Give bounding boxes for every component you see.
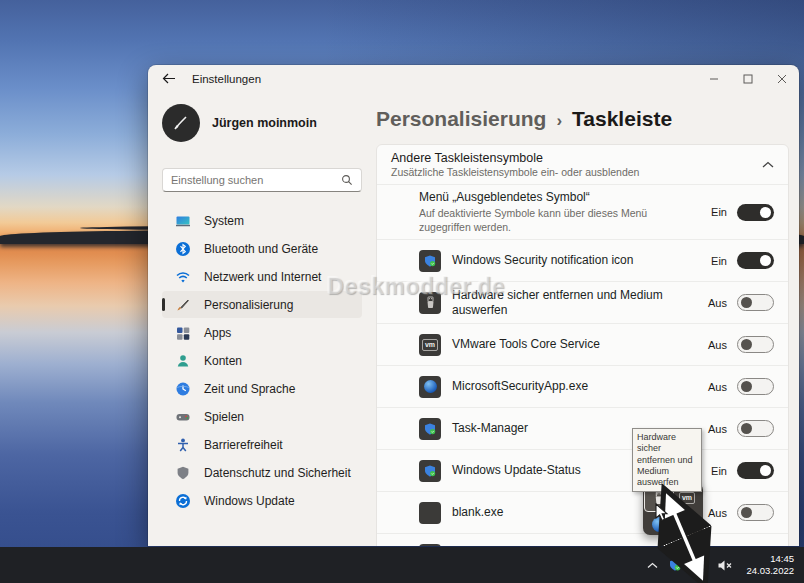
sidebar-item-gaming[interactable]: Spielen xyxy=(162,403,362,430)
sidebar-item-personalization[interactable]: Personalisierung xyxy=(162,291,362,318)
toggle-switch[interactable] xyxy=(737,252,774,269)
sidebar-item-label: System xyxy=(204,214,244,228)
toggle-knob xyxy=(741,423,752,434)
section-title: Andere Taskleistensymbole xyxy=(391,151,762,165)
sidebar-item-system[interactable]: System xyxy=(162,207,362,234)
window-title: Einstellungen xyxy=(192,73,261,85)
windows-update-icon xyxy=(175,493,191,509)
window-controls xyxy=(697,65,799,93)
sidebar-item-bluetooth[interactable]: Bluetooth und Geräte xyxy=(162,235,362,262)
close-button[interactable] xyxy=(765,65,799,93)
row-title: Windows Security notification icon xyxy=(452,253,703,268)
toggle-state-label: Ein xyxy=(711,206,727,218)
sidebar-item-network[interactable]: Netzwerk und Internet xyxy=(162,263,362,290)
row-title: VMware Tools Core Service xyxy=(452,337,700,352)
user-profile[interactable]: Jürgen moinmoin xyxy=(162,103,362,143)
search-box[interactable] xyxy=(162,168,362,192)
setting-row: Windows Security notification icon Ein xyxy=(377,239,788,281)
breadcrumb-parent[interactable]: Personalisierung xyxy=(376,107,546,131)
toggle-state-label: Aus xyxy=(708,297,727,309)
row-title: MicrosoftSecurityApp.exe xyxy=(452,379,700,394)
taskbar: 14:45 24.03.2022 xyxy=(0,547,804,583)
toggle-switch[interactable] xyxy=(737,378,774,395)
accessibility-icon xyxy=(175,437,191,453)
tray-chevron-up-icon[interactable] xyxy=(647,562,658,569)
toggle-switch[interactable] xyxy=(737,336,774,353)
toggle-knob xyxy=(760,207,771,218)
flyout-globe-icon[interactable] xyxy=(645,511,673,537)
vmware-badge: vm xyxy=(422,339,438,351)
toggle-switch[interactable] xyxy=(737,204,774,221)
maximize-button[interactable] xyxy=(731,65,765,93)
tray-volume-muted-icon[interactable] xyxy=(717,557,733,573)
sidebar-item-apps[interactable]: Apps xyxy=(162,319,362,346)
sidebar-item-label: Barrierefreiheit xyxy=(204,438,283,452)
back-arrow-icon xyxy=(162,73,176,84)
setting-row: Task-Manager Aus xyxy=(377,407,788,449)
screentogif-icon xyxy=(419,544,441,546)
windows-security-icon xyxy=(419,250,441,272)
sidebar: Jürgen moinmoin System xyxy=(148,93,376,546)
breadcrumb: Personalisierung › Taskleiste xyxy=(376,107,789,131)
toggle-knob xyxy=(741,339,752,350)
other-tray-icons-card: Andere Taskleistensymbole Zusätzliche Ta… xyxy=(376,144,789,546)
personalization-icon xyxy=(175,297,191,313)
vmware-icon: vm xyxy=(419,334,441,356)
expander-header[interactable]: Andere Taskleistensymbole Zusätzliche Ta… xyxy=(377,145,788,184)
apps-icon xyxy=(175,325,191,341)
sidebar-item-time-language[interactable]: Zeit und Sprache xyxy=(162,375,362,402)
sidebar-item-privacy[interactable]: Datenschutz und Sicherheit xyxy=(162,459,362,486)
sidebar-item-label: Windows Update xyxy=(204,494,295,508)
toggle-knob xyxy=(741,381,752,392)
windows-update-status-icon xyxy=(419,460,441,482)
row-title: Hardware sicher entfernen und Medium aus… xyxy=(452,288,687,318)
setting-row: Windows Update-Status Ein xyxy=(377,449,788,491)
safely-remove-hardware-icon xyxy=(419,292,441,314)
minimize-icon xyxy=(709,74,719,84)
toggle-switch[interactable] xyxy=(737,462,774,479)
toggle-knob xyxy=(760,465,771,476)
network-icon xyxy=(175,269,191,285)
search-input[interactable] xyxy=(171,174,341,186)
toggle-state-label: Aus xyxy=(708,381,727,393)
toggle-switch[interactable] xyxy=(737,420,774,437)
back-button[interactable] xyxy=(162,72,184,87)
chevron-up-icon[interactable] xyxy=(762,161,774,169)
sidebar-item-windows-update[interactable]: Windows Update xyxy=(162,487,362,514)
tray-network-icon[interactable] xyxy=(692,557,708,573)
toggle-state-label: Aus xyxy=(708,507,727,519)
avatar xyxy=(162,104,200,142)
close-icon xyxy=(777,74,787,84)
content: Personalisierung › Taskleiste Andere Tas… xyxy=(376,93,799,546)
toggle-state-label: Aus xyxy=(708,423,727,435)
sidebar-nav: System Bluetooth und Geräte Netzwerk und… xyxy=(162,207,362,514)
setting-row: MicrosoftSecurityApp.exe Aus xyxy=(377,365,788,407)
toggle-switch[interactable] xyxy=(737,504,774,521)
sidebar-item-accessibility[interactable]: Barrierefreiheit xyxy=(162,431,362,458)
desktop: Einstellungen xyxy=(0,0,804,583)
section-subtitle: Zusätzliche Taskleistensymbole ein- oder… xyxy=(391,166,762,178)
sidebar-item-label: Spielen xyxy=(204,410,244,424)
tray-windows-security-icon[interactable] xyxy=(667,557,683,573)
toggle-knob xyxy=(741,507,752,518)
toggle-knob xyxy=(741,297,752,308)
minimize-button[interactable] xyxy=(697,65,731,93)
sidebar-item-label: Zeit und Sprache xyxy=(204,382,295,396)
toggle-knob xyxy=(760,255,771,266)
setting-row: blank.exe Aus xyxy=(377,491,788,533)
setting-row: vm VMware Tools Core Service Aus xyxy=(377,323,788,365)
task-manager-icon xyxy=(419,418,441,440)
titlebar: Einstellungen xyxy=(148,65,799,93)
system-icon xyxy=(175,213,191,229)
maximize-icon xyxy=(743,74,753,84)
tooltip: Hardware sicher entfernen und Medium aus… xyxy=(632,428,702,492)
setting-row: Menü „Ausgeblendetes Symbol“ Auf deaktiv… xyxy=(377,184,788,239)
gaming-icon xyxy=(175,409,191,425)
tray-date: 24.03.2022 xyxy=(746,565,794,577)
accounts-icon xyxy=(175,353,191,369)
privacy-icon xyxy=(175,465,191,481)
sidebar-item-accounts[interactable]: Konten xyxy=(162,347,362,374)
tray-clock[interactable]: 14:45 24.03.2022 xyxy=(742,553,794,578)
sidebar-item-label: Apps xyxy=(204,326,231,340)
toggle-switch[interactable] xyxy=(737,294,774,311)
